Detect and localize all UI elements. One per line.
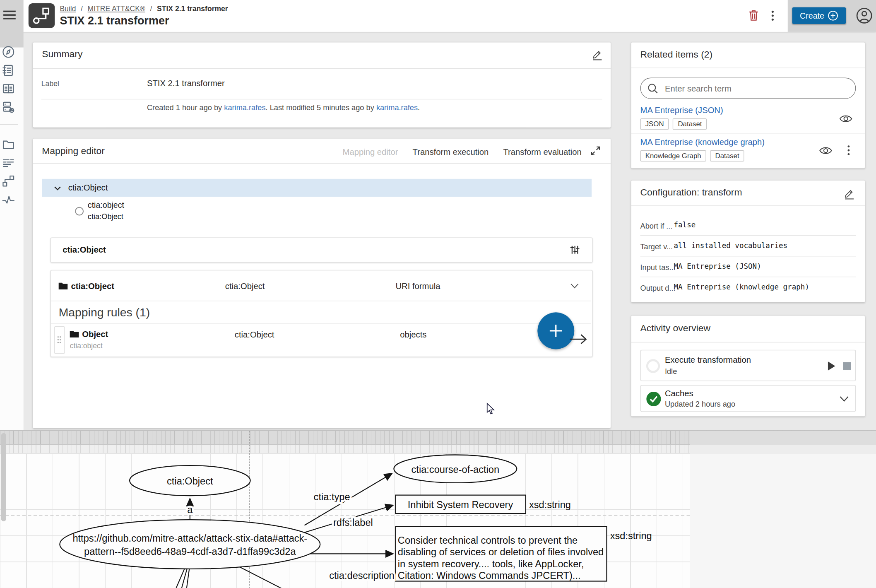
rail-item-queries[interactable] [2, 101, 15, 114]
preview-eye-icon[interactable] [839, 114, 852, 123]
course-of-action-label: ctia:course-of-action [412, 464, 500, 475]
divider [631, 342, 865, 342]
drag-handle[interactable] [54, 326, 65, 354]
activities-pulse-icon [2, 193, 15, 206]
stop-button[interactable] [843, 362, 851, 370]
page-title: STIX 2.1 transformer [60, 14, 169, 27]
preview-eye-icon[interactable] [819, 146, 832, 155]
divider [631, 67, 865, 68]
success-check-icon [646, 391, 662, 407]
ontologies-book-icon [2, 82, 15, 95]
tag-chip: Knowledge Graph [640, 150, 706, 161]
rail-item-vocabularies[interactable] [2, 64, 15, 77]
pencil-icon [844, 188, 855, 199]
radio-button-icon[interactable] [75, 207, 84, 216]
related-item-link[interactable]: MA Entreprise (JSON) [640, 105, 723, 115]
delete-button[interactable] [748, 10, 758, 21]
configuration-edit-button[interactable] [844, 188, 855, 199]
object-type-row[interactable]: ctia:Object ctia:Object URI formula [51, 270, 592, 301]
vocabularies-icon [2, 64, 15, 77]
rail-item-activities[interactable] [2, 193, 15, 206]
explore-compass-icon [2, 45, 15, 58]
expand-panel-button[interactable] [590, 146, 600, 156]
user-avatar[interactable] [856, 7, 872, 24]
rule-settings-button[interactable] [570, 245, 580, 255]
config-value: false [674, 221, 696, 229]
tab-mapping-editor[interactable]: Mapping editor [343, 147, 398, 157]
rail-item-projects[interactable] [2, 138, 15, 151]
rail-item-datasets[interactable] [2, 157, 15, 170]
tree-root-row[interactable]: ctia:Object [42, 179, 592, 197]
config-label: Input tas... [640, 263, 676, 272]
play-button[interactable] [828, 361, 836, 371]
create-button[interactable]: Create [792, 7, 846, 24]
app-logo[interactable] [29, 3, 55, 28]
tag-chip: Dataset [710, 150, 744, 161]
menu-toggle-button[interactable] [3, 11, 16, 20]
selected-class-card[interactable]: ctia:Object [50, 238, 592, 263]
caches-activity-row[interactable]: Caches Updated 2 hours ago [640, 385, 856, 412]
chevron-down-icon[interactable] [570, 283, 579, 288]
config-label: Target v... [640, 243, 673, 251]
mapping-tabs: Mapping editor Transform execution Trans… [343, 147, 582, 157]
sliders-icon [570, 245, 580, 255]
rail-item-workflows[interactable] [2, 174, 15, 188]
navigate-into-arrow[interactable] [570, 334, 589, 345]
rail-item-ontologies[interactable] [2, 82, 15, 95]
user-avatar-icon [856, 7, 872, 24]
related-item-tags: Knowledge GraphDataset [640, 150, 748, 161]
rail-divider [0, 124, 18, 125]
breadcrumb-link-build[interactable]: Build [60, 5, 76, 13]
sidebar-header-cell [0, 0, 24, 48]
transform-logo-icon [29, 3, 55, 28]
kebab-menu-icon [771, 10, 774, 21]
add-rule-fab[interactable] [537, 312, 574, 349]
config-value: all installed vocabularies [674, 241, 787, 250]
tab-transform-execution[interactable]: Transform execution [413, 147, 489, 157]
datasets-list-icon [2, 157, 15, 170]
rail-item-explore[interactable] [2, 45, 15, 58]
related-search[interactable] [640, 78, 856, 99]
drag-dots-icon [57, 336, 62, 344]
config-row: Target v... all installed vocabularies [640, 241, 856, 251]
modified-by-user-link[interactable]: karima.rafes [376, 104, 418, 112]
related-item-tags: JSONDataset [640, 118, 711, 130]
queries-icon [2, 101, 15, 114]
tree-child-row[interactable]: ctia:object ctia:Object [42, 198, 592, 225]
created-text: Created 1 hour ago by [147, 104, 224, 112]
edge-label-ctia-type: ctia:type [314, 492, 350, 502]
tag-chip: Dataset [673, 118, 707, 130]
chevron-down-icon[interactable] [840, 396, 849, 402]
summary-label-value: STIX 2.1 transformer [147, 78, 225, 88]
divider [640, 256, 856, 256]
workflows-icon [2, 174, 15, 188]
summary-edit-button[interactable] [592, 48, 603, 60]
application-window: Build / MITRE ATT&CK® / STIX 2.1 transfo… [0, 0, 876, 588]
class-node-label: ctia:Object [167, 476, 213, 487]
mouse-cursor [486, 403, 495, 415]
literal-name-text: Inhibit System Recovery [408, 499, 513, 510]
tree-child-secondary: ctia:Object [88, 212, 123, 221]
search-icon [647, 83, 658, 94]
instance-uri-line1: https://github.com/mitre-attack/attack-s… [72, 533, 307, 544]
related-item-link[interactable]: MA Entreprise (knowledge graph) [640, 137, 765, 147]
breadcrumb-link-project[interactable]: MITRE ATT&CK® [88, 5, 145, 13]
divider [33, 68, 611, 69]
item-more-button[interactable] [847, 145, 850, 156]
object-row-title: ctia:Object [71, 281, 114, 291]
created-by-user-link[interactable]: karima.rafes [224, 104, 265, 112]
plus-circle-icon [828, 11, 838, 21]
config-value: MA Entreprise (JSON) [674, 262, 761, 270]
mapping-rule-row[interactable]: Object ctia:object ctia:Object objects [51, 323, 592, 356]
divider [631, 134, 865, 134]
divider [33, 163, 611, 164]
divider [41, 99, 602, 99]
caches-title: Caches [665, 388, 693, 398]
tab-transform-evaluation[interactable]: Transform evaluation [503, 147, 581, 157]
activity-title: Activity overview [640, 323, 711, 334]
mapping-editor-title: Mapping editor [42, 146, 105, 157]
edge-outgoing [187, 568, 190, 588]
search-input[interactable] [664, 83, 849, 94]
instance-node-ellipse[interactable] [60, 520, 320, 569]
header-more-button[interactable] [771, 10, 774, 21]
